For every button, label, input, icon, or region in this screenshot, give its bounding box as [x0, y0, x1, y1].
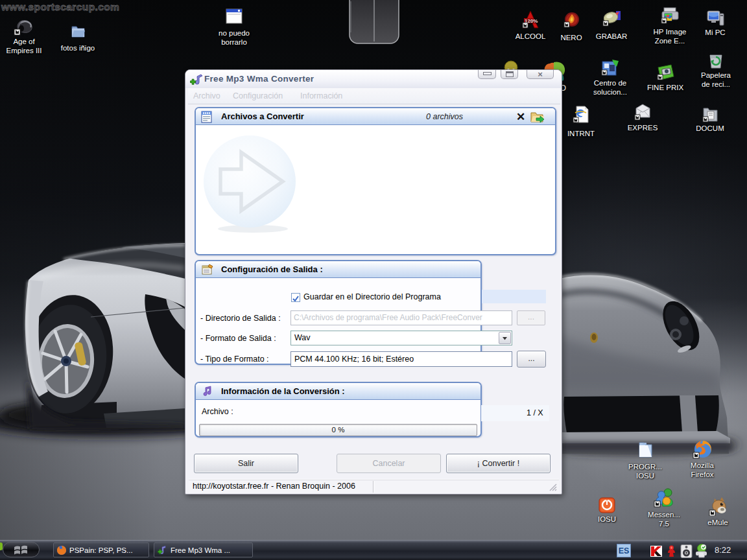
svg-text:www.sportscarcup.com: www.sportscarcup.com — [1, 1, 119, 12]
